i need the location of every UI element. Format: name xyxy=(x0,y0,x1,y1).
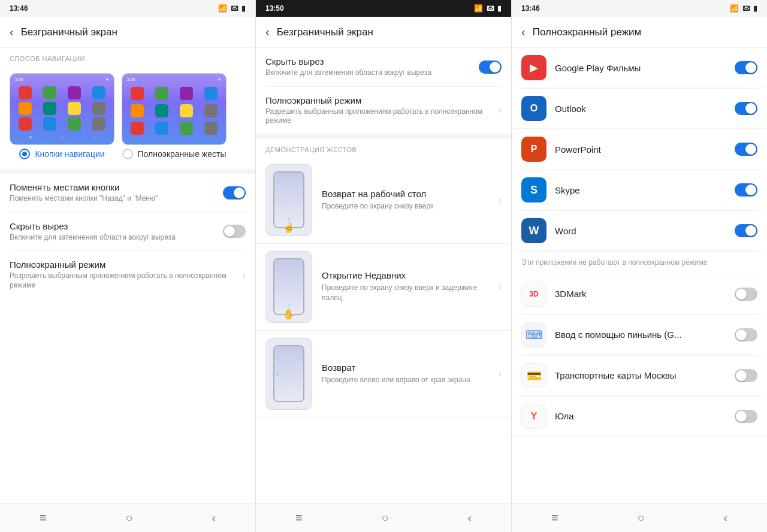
right-back-button[interactable]: ‹ xyxy=(521,25,526,39)
app-thumb xyxy=(155,122,168,135)
middle-time: 13:50 xyxy=(265,4,284,13)
radio-option-2[interactable]: Полноэкранные жесты xyxy=(122,149,227,159)
gesture-thumb-1: ↑ ✋ xyxy=(265,251,312,323)
divider-mid-2 xyxy=(256,134,511,139)
phone-option-1[interactable]: 2:36 ☀ xyxy=(10,73,114,159)
gesture-desc-2: Проведите влево или вправо от края экран… xyxy=(322,375,489,385)
gesture-thumb-2: → xyxy=(265,338,312,410)
fullscreen-row-left[interactable]: Полноэкранный режим Разрешить выбранным … xyxy=(0,251,255,298)
app-row-5[interactable]: 3D 3DMark xyxy=(512,274,767,315)
fullscreen-row-mid[interactable]: Полноэкранный режим Разрешить выбранным … xyxy=(256,87,511,134)
app-toggle-6[interactable] xyxy=(735,328,757,341)
app-thumb xyxy=(180,104,193,117)
hide-notch-title-mid: Скрыть вырез xyxy=(265,56,479,66)
hide-notch-desc-mid: Включите для затемнения области вокруг в… xyxy=(265,68,479,78)
radio-option-1[interactable]: Кнопки навигации xyxy=(19,149,104,159)
app-toggle-4[interactable] xyxy=(735,224,757,237)
phone-screen-2: 2:36 ☀ xyxy=(122,74,226,144)
phone-status-2: 2:36 ☀ xyxy=(125,76,224,83)
right-back-btn[interactable]: ‹ xyxy=(711,506,739,530)
app-toggle-0[interactable] xyxy=(735,61,757,74)
app-toggle-1[interactable] xyxy=(735,102,757,115)
app-icon-google-play: ▶ xyxy=(521,55,546,80)
app-row-2[interactable]: P PowerPoint xyxy=(512,129,767,170)
phone-sun-icon-2: ☀ xyxy=(218,77,221,82)
middle-home-btn[interactable]: ○ xyxy=(369,506,400,530)
left-back-btn[interactable]: ‹ xyxy=(200,506,228,530)
swap-buttons-toggle[interactable] xyxy=(223,186,246,200)
phone-thumb-1: 2:36 ☀ xyxy=(10,73,114,145)
phone-screen-1: 2:36 ☀ xyxy=(10,74,114,144)
left-title: Безграничный экран xyxy=(21,26,117,38)
middle-back-btn[interactable]: ‹ xyxy=(455,506,484,530)
middle-back-button[interactable]: ‹ xyxy=(265,25,270,39)
app-thumb xyxy=(131,104,144,117)
app-row-4[interactable]: W Word xyxy=(512,211,767,251)
left-home-btn[interactable]: ○ xyxy=(113,506,144,530)
phone-option-2[interactable]: 2:36 ☀ xyxy=(122,73,227,159)
app-row-8[interactable]: Y Юла xyxy=(512,397,767,437)
app-name-8: Юла xyxy=(555,411,726,421)
right-panel: 13:46 📶 🖂 ▮ ‹ Полноэкранный режим ▶ Goog… xyxy=(512,0,767,532)
gesture-card-0[interactable]: ↑ ☝ Возврат на рабочий стол Проведите по… xyxy=(256,157,511,244)
app-toggle-5[interactable] xyxy=(735,288,757,301)
app-toggle-7[interactable] xyxy=(735,369,757,382)
left-section-label: СПОСОБ НАВИГАЦИИ xyxy=(0,48,255,66)
app-toggle-2[interactable] xyxy=(735,143,757,156)
app-row-0[interactable]: ▶ Google Play Фильмы xyxy=(512,48,767,88)
app-thumb xyxy=(204,104,218,117)
gesture-card-1[interactable]: ↑ ✋ Открытие Недавних Проведите по экран… xyxy=(256,244,511,331)
gesture-desc-1: Проведите по экрану снизу вверх и задерж… xyxy=(322,283,489,303)
hide-notch-row-mid[interactable]: Скрыть вырез Включите для затемнения обл… xyxy=(256,48,511,86)
app-row-1[interactable]: O Outlook xyxy=(512,89,767,129)
left-bottom-nav: ≡ ○ ‹ xyxy=(0,503,255,532)
gesture-section-label: ДЕМОНСТРАЦИЯ ЖЕСТОВ xyxy=(256,139,511,157)
app-name-5: 3DMark xyxy=(555,289,726,299)
middle-status-icons: 📶 🖂 ▮ xyxy=(474,4,502,13)
left-scroll: Поменять местами кнопки Поменять местами… xyxy=(0,174,255,503)
hide-notch-toggle[interactable] xyxy=(223,225,246,238)
right-title: Полноэкранный режим xyxy=(533,26,642,38)
hide-notch-toggle-mid[interactable] xyxy=(479,61,502,74)
radio-circle-1[interactable] xyxy=(19,149,30,159)
app-thumb xyxy=(19,86,32,99)
app-row-3[interactable]: S Skype xyxy=(512,170,767,210)
app-icon-powerpoint: P xyxy=(521,137,546,162)
right-menu-btn[interactable]: ≡ xyxy=(539,506,570,530)
app-thumb xyxy=(204,122,218,135)
fullscreen-title-left: Полноэкранный режим xyxy=(10,259,243,270)
middle-wifi-icon: 📶 xyxy=(474,4,483,13)
app-thumb xyxy=(43,86,56,99)
middle-bottom-nav: ≡ ○ ‹ xyxy=(256,503,511,532)
app-thumb xyxy=(19,102,32,115)
left-menu-btn[interactable]: ≡ xyxy=(28,506,59,530)
left-back-button[interactable]: ‹ xyxy=(10,25,14,39)
app-icon-yula: Y xyxy=(521,404,546,429)
app-row-6[interactable]: ⌨ Ввод с помощью пиньинь (G... xyxy=(512,315,767,355)
fullscreen-desc-mid: Разрешить выбранным приложениям работать… xyxy=(265,107,499,126)
gesture-card-2[interactable]: → Возврат Проведите влево или вправо от … xyxy=(256,331,511,418)
gesture-title-2: Возврат xyxy=(322,362,489,373)
app-row-7[interactable]: 💳 Транспортные карты Москвы xyxy=(512,356,767,396)
left-wifi-icon: 📶 xyxy=(218,4,227,13)
app-thumb xyxy=(155,104,168,117)
app-icon-gboard: ⌨ xyxy=(521,322,546,347)
phone-nav-bar-1: ≡ ○ ‹ xyxy=(13,133,111,142)
app-toggle-8[interactable] xyxy=(735,410,757,423)
app-name-1: Outlook xyxy=(555,104,726,114)
right-bottom-nav: ≡ ○ ‹ xyxy=(512,503,767,532)
app-thumb xyxy=(68,102,81,115)
hide-notch-row[interactable]: Скрыть вырез Включите для затемнения обл… xyxy=(0,213,255,251)
right-home-btn[interactable]: ○ xyxy=(625,506,656,530)
app-thumb xyxy=(19,117,32,131)
radio-circle-2[interactable] xyxy=(122,149,133,159)
swap-buttons-row[interactable]: Поменять местами кнопки Поменять местами… xyxy=(0,174,255,212)
app-thumb xyxy=(204,87,218,100)
middle-scroll: Скрыть вырез Включите для затемнения обл… xyxy=(256,48,511,503)
app-icon-3dmark: 3D xyxy=(521,282,546,307)
middle-menu-btn[interactable]: ≡ xyxy=(283,506,315,530)
left-top-bar: ‹ Безграничный экран xyxy=(0,17,255,48)
radio-label-2: Полноэкранные жесты xyxy=(138,149,227,159)
app-toggle-3[interactable] xyxy=(735,183,757,197)
app-icon-transport: 💳 xyxy=(521,363,546,388)
